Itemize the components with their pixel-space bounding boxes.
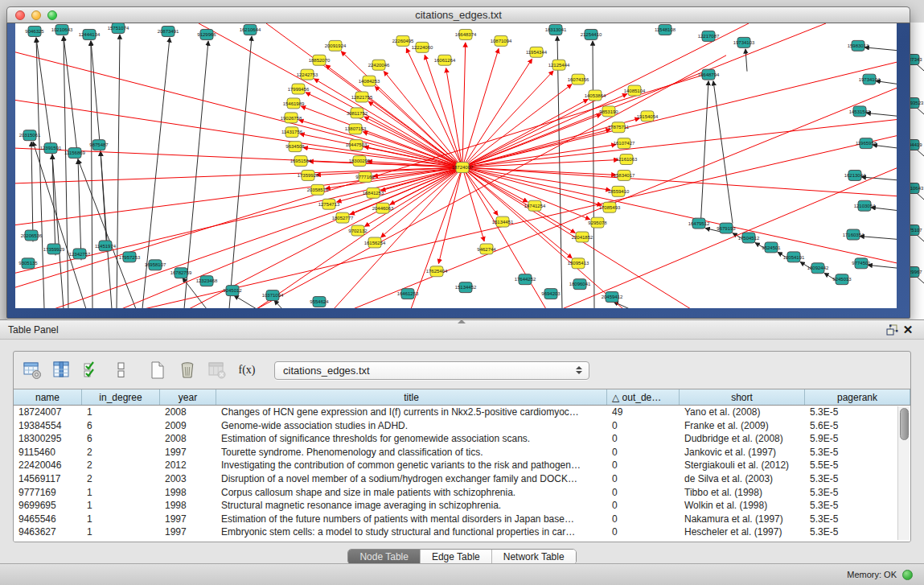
cell-name[interactable]: 18300295 [14, 432, 82, 446]
cell-out_degree[interactable]: 0 [607, 419, 680, 433]
cell-out_degree[interactable]: 0 [607, 525, 680, 539]
network-node[interactable]: 18300295 [349, 156, 371, 167]
network-node[interactable]: 12125444 [548, 60, 570, 70]
cell-year[interactable]: 1997 [160, 525, 216, 539]
cell-pagerank[interactable]: 5.3E-5 [805, 446, 910, 459]
network-node[interactable]: 9245013 [832, 274, 852, 285]
network-node[interactable]: 9227343 [910, 55, 922, 65]
network-node[interactable]: 12821755 [351, 92, 373, 102]
network-node[interactable]: 16648794 [698, 69, 720, 80]
network-node[interactable]: 16648374 [455, 29, 477, 39]
cell-pagerank[interactable]: 5.3E-5 [805, 513, 910, 526]
column-header-title[interactable]: title [216, 389, 607, 405]
network-node[interactable]: 11954344 [526, 47, 548, 57]
row-mode-button[interactable] [109, 359, 133, 381]
table-row[interactable]: 946554611997Estimation of the future num… [14, 513, 910, 526]
cell-short[interactable]: Franke et al. (2009) [680, 419, 805, 433]
cell-short[interactable]: Jankovic et al. (1997) [680, 446, 805, 459]
cell-short[interactable]: Wolkin et al. (1998) [680, 499, 805, 513]
cell-name[interactable]: 9699695 [14, 499, 82, 513]
cell-short[interactable]: Dudbridge et al. (2008) [680, 432, 805, 446]
cell-year[interactable]: 1997 [160, 513, 216, 526]
network-node[interactable]: 16213044 [844, 170, 866, 180]
tab-network-table[interactable]: Network Table [492, 550, 576, 564]
function-builder-button[interactable]: f(x) [235, 359, 259, 381]
cell-out_degree[interactable]: 49 [607, 406, 680, 419]
column-visibility-button[interactable] [50, 359, 74, 381]
cell-year[interactable]: 2008 [160, 406, 216, 419]
network-node[interactable]: 9305135 [18, 258, 38, 269]
network-node[interactable]: 16061264 [434, 55, 456, 65]
network-node[interactable]: 20873491 [158, 26, 179, 36]
table-row[interactable]: 1872400712008Changes of HCN gene express… [14, 406, 910, 419]
network-node[interactable]: 19734104 [859, 74, 881, 84]
table-row[interactable]: 969969511998Structural magnetic resonanc… [14, 499, 910, 513]
network-node[interactable]: 18096041 [569, 279, 591, 290]
cell-name[interactable]: 9115460 [14, 446, 82, 459]
network-node[interactable]: 15461989 [283, 98, 305, 109]
network-node[interactable]: 1575107 [910, 225, 922, 236]
cell-short[interactable]: de Silva et al. (2003) [680, 472, 805, 486]
network-node[interactable]: 20358576 [307, 184, 329, 195]
tab-edge-table[interactable]: Edge Table [421, 550, 492, 564]
cell-pagerank[interactable]: 5.6E-5 [805, 419, 910, 433]
network-node[interactable]: 16958107 [145, 260, 166, 270]
scrollbar-thumb[interactable] [900, 408, 909, 440]
network-node[interactable]: 18559410 [608, 186, 630, 196]
splitter-handle[interactable] [458, 319, 466, 323]
cell-short[interactable]: Nakamura et al. (1997) [680, 513, 805, 526]
network-node[interactable]: 9554624 [310, 297, 329, 307]
cell-title[interactable]: Estimation of the future numbers of pati… [216, 513, 607, 526]
network-node[interactable]: 11431756 [281, 127, 303, 138]
network-node[interactable]: 16479512 [688, 218, 710, 229]
network-node[interactable]: 14084253 [359, 76, 380, 86]
network-node[interactable]: 13807153 [345, 124, 367, 134]
network-node[interactable]: 11548108 [655, 24, 676, 35]
column-header-in_degree[interactable]: in_degree [82, 389, 160, 405]
cell-in_degree[interactable]: 6 [82, 419, 160, 433]
network-node[interactable]: 15983013 [848, 40, 869, 51]
network-node[interactable]: 11156869 [64, 148, 85, 159]
cell-pagerank[interactable]: 5.3E-5 [805, 486, 910, 500]
cell-title[interactable]: Investigating the contribution of common… [216, 459, 607, 472]
network-node[interactable]: 19734103 [733, 37, 755, 47]
cell-short[interactable]: Tibbo et al. (1998) [680, 486, 805, 500]
network-node[interactable]: 9875487 [89, 140, 109, 150]
network-node[interactable]: 16210644 [240, 24, 261, 35]
delete-columns-button[interactable] [175, 359, 199, 381]
network-node[interactable]: 17160354 [843, 229, 864, 240]
network-node[interactable]: 12161063 [616, 154, 638, 165]
network-node[interactable]: 14531542 [849, 106, 871, 117]
cell-name[interactable]: 9463627 [14, 525, 82, 539]
network-node[interactable]: 9462744 [477, 244, 496, 254]
network-node[interactable]: 16782759 [170, 268, 192, 278]
table-row[interactable]: 1456911722003Disruption of a novel membe… [14, 472, 910, 486]
network-node[interactable]: 9129967 [910, 267, 922, 278]
cell-in_degree[interactable]: 1 [82, 499, 160, 513]
network-node[interactable]: 9129966 [197, 29, 216, 39]
cell-in_degree[interactable]: 2 [82, 459, 160, 472]
cell-out_degree[interactable]: 0 [607, 459, 680, 472]
network-node[interactable]: 19154054 [637, 111, 659, 122]
cell-short[interactable]: Hescheler et al. (1997) [680, 525, 805, 539]
cell-name[interactable]: 14569117 [14, 472, 82, 486]
cell-title[interactable]: Changes of HCN gene expression and I(f) … [216, 406, 607, 419]
table-row[interactable]: 2242004622012Investigating the contribut… [14, 459, 910, 472]
cell-in_degree[interactable]: 1 [82, 406, 160, 419]
network-node[interactable]: 9524501 [762, 242, 781, 253]
network-node[interactable]: 22041852 [572, 232, 593, 242]
network-node[interactable]: 20315061 [19, 130, 41, 141]
cell-out_degree[interactable]: 0 [607, 499, 680, 513]
network-node[interactable]: 11965958 [856, 138, 877, 149]
cell-out_degree[interactable]: 0 [607, 513, 680, 526]
cell-year[interactable]: 1997 [160, 446, 216, 459]
network-node[interactable]: 17359929 [43, 244, 65, 254]
network-node[interactable]: 16074356 [568, 74, 589, 84]
column-header-name[interactable]: name [14, 389, 82, 405]
network-node[interactable]: 20206536 [21, 230, 43, 241]
network-node[interactable]: 9295078 [588, 217, 607, 228]
network-node[interactable]: 15834017 [614, 170, 635, 180]
tab-node-table[interactable]: Node Table [348, 550, 421, 564]
cell-name[interactable]: 9465546 [14, 513, 82, 526]
network-node[interactable]: 20091924 [325, 40, 347, 51]
